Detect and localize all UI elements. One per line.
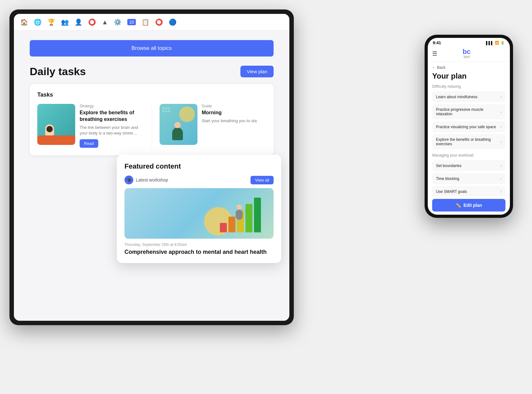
bar-1 bbox=[220, 223, 227, 232]
plan-item-text-4: Explore the benefits or breathing exerci… bbox=[436, 137, 500, 146]
bar-5 bbox=[254, 198, 261, 232]
edit-plan-label: Edit plan bbox=[463, 203, 482, 208]
view-plan-button[interactable]: View plan bbox=[240, 66, 274, 77]
phone-time: 9:41 bbox=[433, 40, 441, 45]
seated-figure bbox=[42, 116, 61, 142]
climber-head bbox=[237, 205, 242, 210]
workshop-label: 🎓 Latest workshop bbox=[124, 176, 168, 184]
gear-icon[interactable]: ⚙️ bbox=[114, 18, 122, 26]
phone-header: ☰ bc Well bbox=[428, 46, 510, 62]
task-item-2: Guide Morning Start your breathing you t… bbox=[160, 104, 266, 148]
plan-item-smart-goals[interactable]: Use SMART goals › bbox=[432, 186, 505, 195]
signal-icon: ▌▌▌ bbox=[486, 41, 493, 45]
logo-sub: Well bbox=[463, 55, 469, 59]
task-desc-1: The link between your brain and your bod… bbox=[80, 125, 144, 136]
daily-tasks-header: Daily tasks View plan bbox=[30, 65, 274, 78]
chevron-right-icon-4: › bbox=[500, 140, 502, 144]
clipboard-icon[interactable]: 📋 bbox=[142, 18, 149, 26]
workshop-date: Thursday, September 26th at 8:00am bbox=[124, 242, 274, 247]
section1-title: Difficulty relaxing bbox=[432, 84, 505, 89]
your-plan-title: Your plan bbox=[432, 72, 505, 81]
task-read-button-1[interactable]: Read bbox=[80, 139, 98, 148]
person-icon[interactable]: 👤 bbox=[75, 18, 82, 26]
triangle-icon[interactable]: ▲ bbox=[102, 19, 108, 26]
plan-item-text-5: Set boundaries bbox=[436, 164, 500, 168]
circle-icon[interactable]: ⭕ bbox=[88, 18, 96, 26]
circle-blue-icon[interactable]: 🔵 bbox=[169, 18, 177, 26]
plan-item-muscle-relaxation[interactable]: Practice progressive muscle relaxation › bbox=[432, 104, 505, 119]
edit-plan-button[interactable]: ✏️ Edit plan bbox=[432, 199, 505, 212]
plan-item-text-1: Learn about mindfulness bbox=[436, 95, 500, 99]
task-item-1: Strategy Explore the benefits of breathi… bbox=[37, 104, 144, 148]
task-category-2: Guide bbox=[202, 104, 266, 108]
chevron-right-icon-2: › bbox=[500, 110, 502, 114]
plan-item-text-2: Practice progressive muscle relaxation bbox=[436, 107, 500, 116]
plan-item-text-7: Use SMART goals bbox=[436, 189, 500, 194]
chevron-right-icon-6: › bbox=[500, 176, 502, 181]
tablet-top-bar: 🏠 🌐 🏆 👥 👤 ⭕ ▲ ⚙️ 10 📋 ⭕ 🔵 bbox=[14, 14, 289, 31]
back-link[interactable]: ← Back bbox=[432, 65, 505, 70]
phone-screen: 9:41 ▌▌▌ 📶 🔋 ☰ bc Well ← Back Your plan … bbox=[428, 38, 510, 215]
globe-icon[interactable]: 🌐 bbox=[34, 18, 42, 26]
plan-item-text-3: Practice visualizing your safe space bbox=[436, 125, 500, 129]
task-desc-2: Start your breathing you to sta bbox=[202, 118, 266, 124]
climber-figure bbox=[233, 201, 248, 223]
meditate-head bbox=[174, 122, 181, 128]
task-meta-1: Strategy Explore the benefits of breathi… bbox=[80, 104, 144, 148]
phone-footer: ✏️ Edit plan bbox=[428, 195, 510, 215]
hamburger-icon[interactable]: ☰ bbox=[432, 50, 437, 57]
phone-device: 9:41 ▌▌▌ 📶 🔋 ☰ bc Well ← Back Your plan … bbox=[425, 35, 513, 218]
wifi-icon: 📶 bbox=[495, 41, 499, 45]
plan-item-safe-space[interactable]: Practice visualizing your safe space › bbox=[432, 121, 505, 132]
plan-item-text-6: Time blocking bbox=[436, 176, 500, 181]
climber-body bbox=[236, 210, 243, 220]
workshop-icon: 🎓 bbox=[124, 176, 133, 184]
workshop-image bbox=[124, 188, 274, 239]
view-all-button[interactable]: View all bbox=[251, 176, 274, 184]
tasks-card: Tasks Strategy Explore the benefits of b… bbox=[30, 84, 274, 155]
daily-tasks-title: Daily tasks bbox=[30, 65, 86, 78]
logo-letter: bc bbox=[462, 48, 471, 55]
task-category-1: Strategy bbox=[80, 104, 144, 108]
phone-status-icons: ▌▌▌ 📶 🔋 bbox=[486, 41, 505, 45]
plan-item-boundaries[interactable]: Set boundaries › bbox=[432, 160, 505, 171]
home-icon[interactable]: 🏠 bbox=[20, 18, 28, 26]
featured-content-title: Featured content bbox=[124, 162, 274, 170]
phone-status-bar: 9:41 ▌▌▌ 📶 🔋 bbox=[428, 38, 510, 46]
badge-10-icon[interactable]: 10 bbox=[127, 19, 136, 25]
meditate-body bbox=[172, 128, 183, 140]
dots-decoration bbox=[163, 108, 170, 112]
plan-item-learn-mindfulness[interactable]: Learn about mindfulness › bbox=[432, 91, 505, 102]
section2-title: Managing your workload bbox=[432, 153, 505, 158]
edit-icon: ✏️ bbox=[456, 203, 461, 208]
workshop-event-title: Comprehensive approach to mental and hea… bbox=[124, 249, 274, 255]
chevron-right-icon-1: › bbox=[500, 94, 502, 99]
task-divider bbox=[152, 104, 152, 148]
browse-all-topics-button[interactable]: Browse all topics bbox=[30, 40, 274, 57]
group-icon[interactable]: 👥 bbox=[61, 18, 69, 26]
chevron-right-icon-3: › bbox=[500, 124, 502, 129]
task-thumb-2 bbox=[160, 104, 197, 145]
app-logo: bc Well bbox=[462, 48, 471, 59]
featured-content-card: Featured content 🎓 Latest workshop View … bbox=[117, 155, 281, 263]
plan-item-time-blocking[interactable]: Time blocking › bbox=[432, 173, 505, 184]
trophy-icon[interactable]: 🏆 bbox=[47, 18, 55, 26]
workshop-header: 🎓 Latest workshop View all bbox=[124, 176, 274, 184]
ring-icon[interactable]: ⭕ bbox=[155, 18, 163, 26]
meditate-figure bbox=[171, 115, 186, 140]
workshop-label-text: Latest workshop bbox=[136, 177, 168, 182]
task-name-2: Morning bbox=[202, 110, 266, 116]
task-name-1: Explore the benefits of breathing exerci… bbox=[80, 110, 144, 123]
phone-content: ← Back Your plan Difficulty relaxing Lea… bbox=[428, 62, 510, 195]
plan-item-breathing[interactable]: Explore the benefits or breathing exerci… bbox=[432, 134, 505, 149]
chevron-right-icon-5: › bbox=[500, 163, 502, 168]
task-meta-2: Guide Morning Start your breathing you t… bbox=[202, 104, 266, 127]
task-thumb-1 bbox=[37, 104, 75, 145]
task-items-row: Strategy Explore the benefits of breathi… bbox=[37, 104, 266, 148]
battery-icon: 🔋 bbox=[500, 41, 505, 45]
tasks-card-title: Tasks bbox=[37, 92, 266, 98]
chevron-right-icon-7: › bbox=[500, 189, 502, 194]
